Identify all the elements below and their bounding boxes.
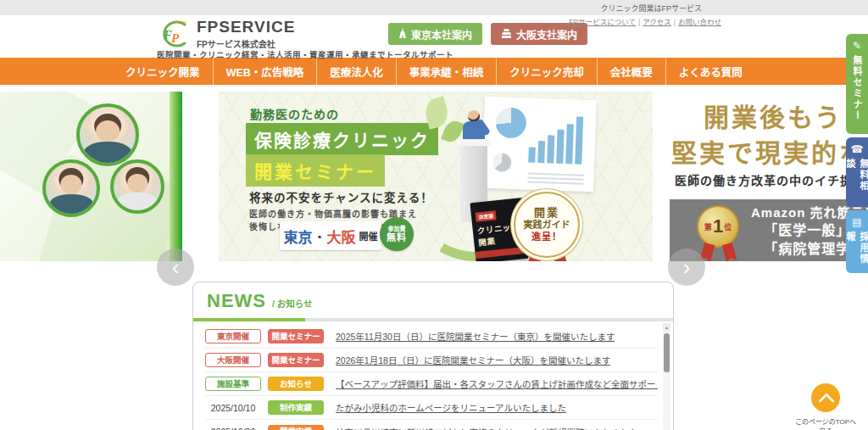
- news-tag-category: お知らせ: [268, 377, 324, 391]
- news-link[interactable]: 2026年1月18日（日）に医院開業セミナー（大阪）を開催いたします: [336, 354, 610, 366]
- carousel-next-button[interactable]: ›: [668, 249, 705, 286]
- news-date: 2025/10/10: [205, 403, 261, 413]
- news-header: NEWS / お知らせ: [193, 282, 673, 318]
- nav-item-medical-corp[interactable]: 医療法人化: [316, 58, 396, 85]
- bar-chart-icon: [528, 110, 586, 165]
- presentation-board-illustration: [481, 97, 597, 193]
- nav-item-succession[interactable]: 事業承継・相続: [396, 58, 497, 85]
- seminar-lead: 勤務医のための: [250, 105, 339, 122]
- news-link[interactable]: 【ベースアップ評価料】届出・各スタッフさんの賃上げ計画作成など全面サポートします: [336, 377, 658, 390]
- nav-item-faq[interactable]: よくある質問: [665, 58, 755, 85]
- amazon-rank-band: 第 1 位 Amazon 売れ筋ラン 「医学一般」部 「病院管理学」: [670, 199, 868, 261]
- tokyo-office-button[interactable]: 東京本社案内: [388, 23, 482, 45]
- tab-free-seminar[interactable]: ✎ 無料セミナー: [846, 34, 868, 134]
- news-title: NEWS: [207, 290, 266, 312]
- office-buttons: 東京本社案内 大阪支社案内: [388, 23, 587, 45]
- header-tagline: 医院開業・クリニック経営・法人活用・資産運用・承継までトータルサポート: [157, 48, 453, 60]
- news-tag-location: 施設基準: [205, 377, 261, 391]
- news-tag-category: 制作実績: [268, 400, 324, 415]
- svg-text:Service: Service: [174, 20, 186, 24]
- carousel-prev-button[interactable]: ‹: [157, 249, 194, 286]
- sub-headline: 医師の働き方改革の中のイチ提言！: [675, 171, 868, 188]
- news-row: 施設基準 お知らせ 【ベースアップ評価料】届出・各スタッフさんの賃上げ計画作成な…: [205, 372, 658, 396]
- news-link[interactable]: たがみ小児科のホームページをリニューアルいたしました: [336, 401, 566, 414]
- gift-badge: 開業 実践ガイド 進呈！: [514, 192, 580, 258]
- news-date: 2025/10/06: [205, 427, 261, 430]
- news-link[interactable]: 神奈川県川崎市に新川崎こどもと家族のクリニックが新規開院いたしました: [336, 426, 638, 430]
- slide-book-promo[interactable]: 開業後もうまくいく 堅実で現実的な医院 医師の働き方改革の中のイチ提言！ 第 1…: [670, 92, 868, 261]
- news-tag-category: 開業セミナー: [268, 353, 324, 367]
- main-nav: クリニック開業 WEB・広告戦略 医療法人化 事業承継・相続 クリニック売却 会…: [0, 58, 868, 85]
- page: クリニック開業はFPサービス F P Service FPSERVICE FPサ…: [0, 0, 868, 430]
- news-scrollbar[interactable]: ▲: [663, 323, 670, 430]
- site-logo[interactable]: F P Service FPSERVICE FPサービス株式会社: [157, 18, 295, 50]
- site-header: F P Service FPSERVICE FPサービス株式会社 医院開業・クリ…: [0, 15, 868, 58]
- header-links: FPサービスについて|アクセス|お問い合わせ: [566, 16, 724, 26]
- logo-name-en: FPSERVICE: [197, 19, 295, 35]
- city-tokyo: 東京: [283, 226, 312, 247]
- slide-doctors-intro[interactable]: ご紹介ページはこちら ›: [0, 92, 182, 261]
- phone-icon: ☎: [851, 143, 864, 155]
- svg-text:P: P: [171, 31, 180, 45]
- doctor-photo: [76, 103, 139, 166]
- back-to-top-label: このページのTOPへ戻る: [793, 416, 858, 430]
- seminar-title-1: 保険診療クリニック: [246, 123, 438, 155]
- seminar-title-2: 開業セミナー: [246, 154, 385, 187]
- tokyo-tower-icon: [398, 27, 407, 42]
- document-icon: ▤: [852, 216, 861, 228]
- slide-seminar[interactable]: 勤務医のための 保険診療クリニック 開業セミナー 将来の不安をチャンスに変える！…: [219, 92, 653, 261]
- news-tag-location: 大阪開催: [205, 353, 261, 367]
- scrollbar-thumb[interactable]: [664, 333, 670, 372]
- news-link[interactable]: 2025年11月30日（日）に医院開業セミナー（東京）を開催いたします: [336, 330, 615, 343]
- scrollbar-up-icon[interactable]: ▲: [663, 323, 670, 332]
- side-tabs: ✎ 無料セミナー ☎ 無料相談 ▤ 採用情報: [846, 34, 868, 276]
- medal-ribbon: [721, 243, 737, 261]
- fp-logo-icon: F P Service: [157, 18, 191, 50]
- osaka-castle-icon: [501, 27, 512, 41]
- seminar-city-box: 東京 ・ 大阪 開催: [280, 221, 381, 250]
- doctor-photo: [110, 159, 164, 214]
- chevron-up-icon: [811, 383, 840, 412]
- nav-item-web-ad[interactable]: WEB・広告戦略: [213, 58, 317, 85]
- news-tag-category: 開業セミナー: [268, 329, 324, 343]
- news-tag-category: 開業実績: [268, 425, 324, 430]
- news-tag-location: 東京開催: [205, 329, 261, 343]
- pencil-icon: ✎: [853, 40, 861, 52]
- hero-carousel: ご紹介ページはこちら › 勤務医のための 保険診療クリニック 開業セミナー 将来…: [0, 92, 868, 261]
- fee-badge: 参加費 無料: [380, 217, 414, 251]
- gold-headline-1: 開業後もうまくいく: [704, 97, 868, 134]
- pie-chart-icon: [495, 107, 526, 138]
- tab-recruit-info[interactable]: ▤ 採用情報: [846, 210, 868, 273]
- city-kaisai: 開催: [359, 229, 378, 243]
- link-contact[interactable]: お問い合わせ: [678, 18, 721, 26]
- link-access[interactable]: アクセス: [643, 18, 671, 26]
- nav-item-clinic-sale[interactable]: クリニック売却: [496, 58, 597, 85]
- news-row: 2025/10/10 制作実績 たがみ小児科のホームページをリニューアルいたしま…: [205, 396, 658, 420]
- utility-bar: クリニック開業はFPサービス: [0, 0, 868, 15]
- link-about[interactable]: FPサービスについて: [569, 18, 636, 26]
- news-row: 2025/10/06 開業実績 神奈川県川崎市に新川崎こどもと家族のクリニックが…: [205, 420, 658, 430]
- nav-item-clinic-opening[interactable]: クリニック開業: [113, 58, 213, 85]
- catchphrase: クリニック開業はFPサービス: [600, 3, 702, 14]
- news-row: 東京開催 開業セミナー 2025年11月30日（日）に医院開業セミナー（東京）を…: [205, 325, 658, 349]
- news-list: 東京開催 開業セミナー 2025年11月30日（日）に医院開業セミナー（東京）を…: [193, 321, 673, 430]
- back-to-top-button[interactable]: このページのTOPへ戻る: [793, 383, 858, 430]
- gold-headline-2: 堅実で現実的な医院: [671, 132, 868, 170]
- news-row: 大阪開催 開業セミナー 2026年1月18日（日）に医院開業セミナー（大阪）を開…: [205, 349, 658, 372]
- logo-text: FPSERVICE FPサービス株式会社: [197, 19, 295, 50]
- doctor-photo: [42, 159, 100, 217]
- first-place-medal-icon: 第 1 位: [697, 205, 739, 248]
- nav-item-company[interactable]: 会社概要: [597, 58, 665, 85]
- news-subtitle: / お知らせ: [272, 297, 313, 310]
- news-section: NEWS / お知らせ 東京開催 開業セミナー 2025年11月30日（日）に医…: [192, 282, 674, 430]
- slide-green-edge: [170, 92, 182, 261]
- text-lines-decor: [527, 170, 583, 185]
- pie-chart-icon: [492, 153, 512, 172]
- city-osaka: 大阪: [327, 226, 356, 247]
- tab-free-consultation[interactable]: ☎ 無料相談: [846, 137, 868, 207]
